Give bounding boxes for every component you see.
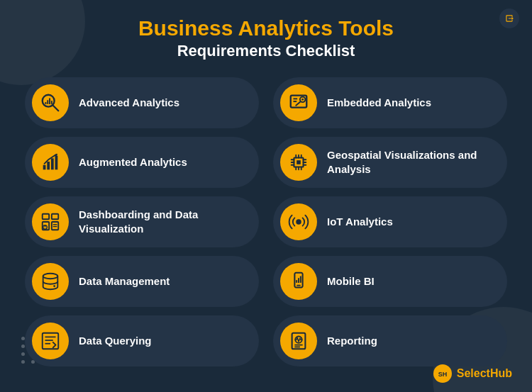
data-querying-icon-circle	[32, 323, 69, 359]
embedded-icon	[288, 92, 309, 113]
data-management-icon-circle	[32, 263, 69, 300]
card-embedded-analytics[interactable]: Embedded Analytics	[273, 77, 507, 128]
main-container: Business Analytics Tools Requirements Ch…	[0, 0, 532, 377]
svg-rect-32	[52, 213, 58, 219]
header: Business Analytics Tools Requirements Ch…	[25, 16, 507, 62]
svg-rect-34	[52, 222, 58, 230]
dashboarding-label: Dashboarding and Data Visualization	[79, 208, 248, 235]
iot-analytics-label: IoT Analytics	[327, 215, 393, 229]
card-geospatial[interactable]: Geospatial Visualizations and Analysis	[273, 137, 507, 188]
card-reporting[interactable]: Reporting	[273, 315, 507, 366]
svg-rect-30	[297, 160, 301, 164]
reporting-label: Reporting	[327, 334, 377, 348]
embedded-analytics-icon-circle	[280, 84, 317, 121]
page-title-main: Business Analytics Tools	[25, 16, 507, 41]
dashboard-icon	[40, 211, 61, 233]
svg-rect-15	[55, 155, 58, 169]
logo-select: Select	[457, 367, 490, 379]
svg-rect-31	[43, 213, 49, 219]
data-querying-icon	[40, 330, 61, 352]
logo-hub: Hub	[490, 367, 512, 379]
embedded-analytics-label: Embedded Analytics	[327, 96, 431, 110]
iot-icon	[288, 211, 309, 233]
svg-line-1	[53, 105, 59, 111]
card-iot-analytics[interactable]: IoT Analytics	[273, 196, 507, 247]
reporting-icon	[288, 330, 309, 352]
reporting-icon-circle	[280, 323, 317, 359]
share-icon[interactable]	[499, 9, 519, 28]
chip-icon	[288, 152, 309, 173]
svg-point-9	[301, 99, 304, 101]
iot-analytics-icon-circle	[280, 203, 317, 240]
svg-rect-47	[43, 332, 59, 349]
augmented-analytics-label: Augmented Analytics	[79, 155, 187, 169]
advanced-analytics-label: Advanced Analytics	[79, 96, 179, 110]
svg-rect-13	[47, 162, 50, 169]
svg-line-8	[296, 102, 300, 106]
bar-chart-up-icon	[40, 152, 61, 173]
mobile-bi-label: Mobile BI	[327, 274, 375, 289]
card-data-querying[interactable]: Data Querying	[25, 315, 259, 366]
logo-area: SH SelectHub	[433, 364, 512, 383]
svg-text:SH: SH	[438, 371, 447, 378]
mobile-bi-icon-circle	[280, 263, 317, 300]
logo-text: SelectHub	[457, 367, 512, 380]
page-title-sub: Requirements Checklist	[25, 41, 507, 62]
advanced-analytics-icon-circle	[32, 84, 69, 121]
card-augmented-analytics[interactable]: Augmented Analytics	[25, 137, 259, 188]
data-querying-label: Data Querying	[79, 334, 152, 348]
card-advanced-analytics[interactable]: Advanced Analytics	[25, 77, 259, 128]
svg-point-40	[43, 273, 58, 279]
mobile-bi-icon	[288, 271, 309, 292]
items-grid: Advanced Analytics Embedded Analytics	[25, 77, 507, 366]
data-management-icon	[40, 271, 61, 292]
dashboarding-icon-circle	[32, 203, 69, 240]
augmented-analytics-icon-circle	[32, 144, 69, 181]
svg-point-39	[296, 219, 301, 225]
data-management-label: Data Management	[79, 274, 170, 289]
selecthub-logo-icon: SH	[433, 364, 453, 383]
card-dashboarding[interactable]: Dashboarding and Data Visualization	[25, 196, 259, 247]
card-data-management[interactable]: Data Management	[25, 256, 259, 307]
geospatial-icon-circle	[280, 144, 317, 181]
magnifier-chart-icon	[40, 92, 61, 113]
geospatial-label: Geospatial Visualizations and Analysis	[327, 148, 496, 176]
svg-point-41	[53, 285, 55, 287]
card-mobile-bi[interactable]: Mobile BI	[273, 256, 507, 307]
svg-rect-14	[51, 158, 54, 169]
svg-rect-12	[43, 164, 46, 169]
